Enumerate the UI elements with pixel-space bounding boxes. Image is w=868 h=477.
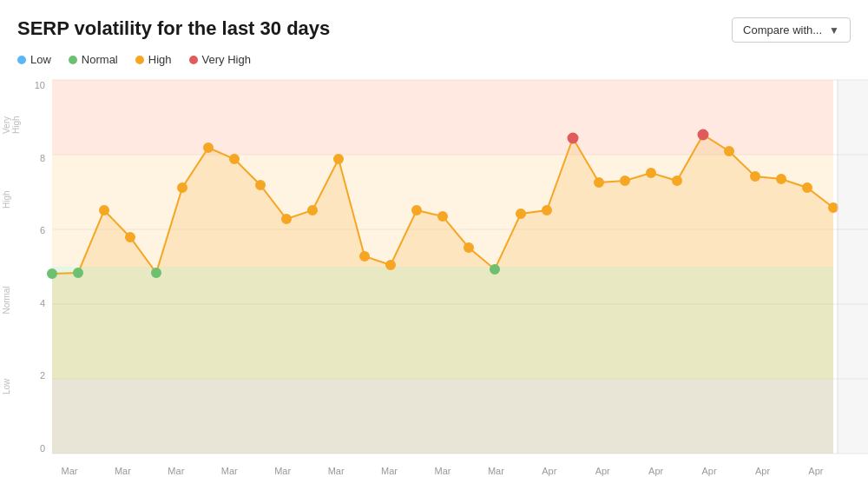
chevron-down-icon: ▼ [829, 24, 839, 36]
y-label-0: 0 [19, 443, 45, 454]
legend-label-low: Low [30, 53, 51, 66]
legend-item-normal: Normal [69, 53, 118, 66]
dot-22 [621, 176, 629, 185]
dot-5 [178, 183, 187, 192]
y-axis-labels: 10 8 6 4 2 0 [19, 80, 45, 454]
y-label-4: 4 [19, 298, 45, 308]
x-label-mar22: Mar22 [266, 466, 300, 477]
dot-8 [256, 181, 265, 189]
x-axis-labels: Mar14 Mar16 Mar18 Mar20 Mar22 Mar24 Mar2… [52, 466, 833, 477]
dot-18 [516, 209, 525, 218]
legend-label-very-high: Very High [202, 53, 251, 66]
dot-26 [725, 147, 733, 156]
x-label-apr05: Apr05 [639, 466, 674, 477]
page-title: SERP volatility for the last 30 days [17, 17, 330, 40]
dot-7 [230, 155, 239, 163]
dot-4 [152, 268, 161, 277]
dot-23 [647, 169, 655, 177]
y-label-6: 6 [19, 225, 45, 235]
x-label-apr07: Apr07 [692, 466, 727, 477]
legend-item-very-high: Very High [189, 53, 251, 66]
x-label-mar30: Mar30 [478, 466, 513, 477]
dot-0 [48, 269, 56, 278]
x-label-mar26: Mar26 [372, 466, 407, 477]
dot-13 [386, 261, 395, 269]
dot-1 [74, 268, 82, 277]
legend-dot-high [135, 56, 144, 64]
zone-labels: VeryHigh High Normal Low [2, 80, 21, 454]
header-row: SERP volatility for the last 30 days Com… [17, 17, 851, 43]
legend-item-low: Low [17, 53, 51, 66]
dot-2 [100, 206, 108, 215]
dot-29 [803, 183, 812, 192]
shaded-right-zone [838, 80, 868, 454]
compare-button-label: Compare with... [743, 23, 822, 36]
dot-27 [751, 172, 760, 181]
x-label-apr09: Apr09 [745, 466, 779, 477]
dot-3 [126, 233, 135, 242]
dot-16 [464, 243, 473, 252]
dot-9 [282, 215, 291, 223]
y-label-10: 10 [19, 80, 45, 90]
dot-20-very-high [569, 134, 578, 143]
dot-14 [412, 206, 421, 215]
legend-dot-normal [69, 56, 77, 64]
x-label-apr01: Apr01 [532, 466, 567, 477]
main-container: SERP volatility for the last 30 days Com… [0, 0, 868, 477]
dot-6 [204, 143, 213, 152]
dot-21 [595, 178, 603, 187]
dot-11 [334, 155, 343, 163]
legend-item-high: High [135, 53, 172, 66]
zone-label-normal: Normal [2, 259, 11, 341]
compare-button[interactable]: Compare with... ▼ [732, 17, 851, 43]
legend-dot-low [17, 56, 26, 64]
y-label-2: 2 [19, 370, 45, 381]
zone-label-high: High [2, 162, 11, 237]
x-label-mar24: Mar24 [319, 466, 353, 477]
dot-25-very-high [699, 130, 708, 140]
dot-24 [673, 176, 681, 185]
dot-15 [438, 212, 447, 221]
x-label-mar14: Mar14 [52, 466, 87, 477]
legend-label-normal: Normal [82, 53, 118, 66]
legend-label-high: High [148, 53, 172, 66]
zone-label-low: Low [2, 349, 11, 424]
zone-label-very-high: VeryHigh [2, 88, 21, 162]
dot-19 [542, 206, 551, 215]
legend-dot-very-high [189, 56, 198, 64]
x-label-apr03: Apr03 [585, 466, 620, 477]
legend: Low Normal High Very High [17, 53, 851, 66]
dot-10 [308, 206, 317, 215]
dot-12 [360, 252, 369, 261]
y-label-8: 8 [19, 153, 45, 163]
dot-28 [777, 175, 786, 183]
x-label-apr11: Apr11 [799, 466, 833, 477]
chart-area: 10 8 6 4 2 0 VeryHigh High Normal Low [52, 80, 868, 454]
chart-svg [52, 80, 868, 454]
x-label-mar16: Mar16 [105, 466, 140, 477]
dot-30 [829, 203, 838, 212]
x-label-mar28: Mar28 [425, 466, 460, 477]
dot-17 [490, 265, 499, 274]
x-label-mar20: Mar20 [212, 466, 247, 477]
x-label-mar18: Mar18 [159, 466, 194, 477]
